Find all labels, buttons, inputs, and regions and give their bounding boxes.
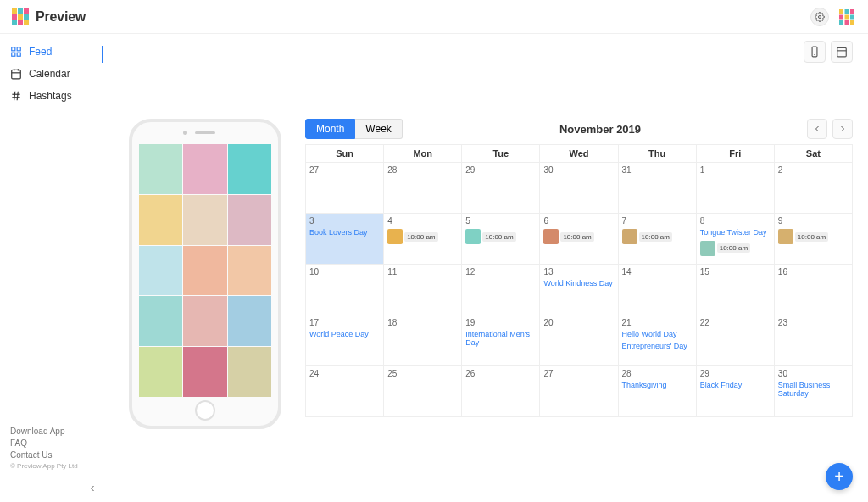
calendar-cell[interactable]: 10 [306, 265, 384, 315]
sidebar-item-calendar[interactable]: Calendar [10, 68, 96, 80]
weekday-header: Sun [306, 145, 384, 163]
prev-month-button[interactable] [807, 119, 827, 139]
calendar-grid: SunMonTueWedThuFriSat 2728293031123Book … [305, 144, 853, 417]
calendar-cell[interactable]: 23 [774, 315, 852, 366]
calendar-event[interactable]: Black Friday [700, 382, 771, 390]
calendar-cell[interactable]: 8Tongue Twister Day10:00 am [696, 214, 774, 265]
sidebar-item-feed[interactable]: Feed [10, 46, 96, 58]
calendar-cell[interactable]: 27 [306, 163, 384, 214]
month-view-button[interactable]: Month [305, 119, 355, 139]
feed-thumbnail[interactable] [139, 347, 182, 397]
calendar-cell[interactable]: 31 [618, 163, 696, 214]
calendar-cell[interactable]: 21Hello World DayEntrepreneurs' Day [618, 315, 696, 366]
calendar-event[interactable]: Hello World Day [622, 331, 693, 339]
calendar-cell[interactable]: 1 [696, 163, 774, 214]
calendar-cell[interactable]: 13World Kindness Day [540, 265, 618, 315]
calendar-cell[interactable]: 11 [384, 265, 462, 315]
calendar-event[interactable]: World Peace Day [309, 331, 380, 339]
feed-thumbnail[interactable] [228, 347, 271, 397]
svg-rect-12 [845, 9, 849, 14]
feed-thumbnail[interactable] [139, 296, 182, 346]
feed-thumbnail[interactable] [183, 347, 226, 397]
footer-link-download[interactable]: Download App [10, 427, 96, 436]
feed-thumbnail[interactable] [183, 246, 226, 296]
calendar-cell[interactable]: 30 [540, 163, 618, 214]
scheduled-post[interactable]: 10:00 am [387, 229, 458, 244]
calendar-cell[interactable]: 17World Peace Day [306, 315, 384, 366]
date-number: 20 [543, 318, 614, 327]
chevron-left-icon [87, 483, 97, 494]
settings-button[interactable] [810, 8, 829, 26]
calendar-event[interactable]: Entrepreneurs' Day [622, 343, 693, 351]
next-month-button[interactable] [832, 119, 853, 139]
post-time: 10:00 am [482, 232, 515, 242]
feed-thumbnail[interactable] [183, 296, 226, 346]
calendar-cell[interactable]: 510:00 am [462, 214, 540, 265]
calendar-cell[interactable]: 410:00 am [384, 214, 462, 265]
calendar-cell[interactable]: 16 [774, 265, 852, 315]
calendar-cell[interactable]: 14 [618, 265, 696, 315]
calendar-cell[interactable]: 610:00 am [540, 214, 618, 265]
scheduled-post[interactable]: 10:00 am [543, 229, 614, 244]
phone-home-button [195, 400, 215, 421]
scheduled-post[interactable]: 10:00 am [622, 229, 693, 244]
topbar-right [810, 8, 856, 26]
account-avatar[interactable] [837, 8, 856, 26]
feed-thumbnail[interactable] [183, 144, 226, 194]
scheduled-post[interactable]: 10:00 am [700, 241, 771, 256]
feed-thumbnail[interactable] [228, 296, 271, 346]
calendar-cell[interactable]: 22 [696, 315, 774, 366]
calendar-event[interactable]: World Kindness Day [543, 280, 614, 288]
calendar-cell[interactable]: 29 [462, 163, 540, 214]
calendar-cell[interactable]: 15 [696, 265, 774, 315]
calendar-cell[interactable]: 20 [540, 315, 618, 366]
calendar-cell[interactable]: 18 [384, 315, 462, 366]
week-view-button[interactable]: Week [355, 119, 402, 139]
calendar-cell[interactable]: 30Small Business Saturday [774, 366, 852, 417]
feed-thumbnail[interactable] [139, 144, 182, 194]
calendar-cell[interactable]: 19International Men's Day [462, 315, 540, 366]
calendar-event[interactable]: Tongue Twister Day [700, 229, 771, 237]
calendar-cell[interactable]: 29Black Friday [696, 366, 774, 417]
scheduled-post[interactable]: 10:00 am [778, 229, 849, 244]
svg-rect-23 [17, 53, 20, 56]
sidebar-collapse-button[interactable] [87, 483, 97, 494]
post-time: 10:00 am [404, 232, 437, 242]
scheduled-post[interactable]: 10:00 am [465, 229, 536, 244]
gear-icon [815, 12, 825, 22]
calendar-event[interactable]: Book Lovers Day [309, 229, 380, 237]
feed-thumbnail[interactable] [139, 195, 182, 245]
calendar-cell[interactable]: 12 [462, 265, 540, 315]
sidebar-item-label: Feed [29, 46, 52, 58]
calendar-event[interactable]: Small Business Saturday [778, 382, 849, 399]
calendar-view-button[interactable] [831, 41, 853, 63]
date-number: 25 [387, 369, 458, 378]
feed-thumbnail[interactable] [139, 246, 182, 296]
feed-thumbnail[interactable] [228, 246, 271, 296]
feed-thumbnail[interactable] [228, 195, 271, 245]
sidebar-item-hashtags[interactable]: Hashtags [10, 90, 96, 102]
calendar-cell[interactable]: 25 [384, 366, 462, 417]
calendar-cell[interactable]: 710:00 am [618, 214, 696, 265]
sidebar-item-label: Calendar [29, 68, 70, 80]
date-number: 24 [309, 369, 380, 378]
plus-icon: + [834, 467, 844, 487]
calendar-event[interactable]: International Men's Day [465, 331, 536, 348]
feed-thumbnail[interactable] [228, 144, 271, 194]
calendar-cell[interactable]: 910:00 am [774, 214, 852, 265]
calendar-cell[interactable]: 28Thanksgiving [618, 366, 696, 417]
calendar-cell[interactable]: 24 [306, 366, 384, 417]
calendar-cell[interactable]: 26 [462, 366, 540, 417]
calendar-cell[interactable]: 27 [540, 366, 618, 417]
phone-speaker [195, 131, 215, 134]
calendar-cell[interactable]: 3Book Lovers Day [306, 214, 384, 265]
add-button[interactable]: + [826, 463, 853, 490]
calendar-event[interactable]: Thanksgiving [622, 382, 693, 390]
calendar-cell[interactable]: 2 [774, 163, 852, 214]
footer-link-faq[interactable]: FAQ [10, 438, 96, 448]
calendar-cell[interactable]: 28 [384, 163, 462, 214]
post-thumbnail [387, 229, 403, 244]
feed-thumbnail[interactable] [183, 195, 226, 245]
phone-view-button[interactable] [804, 41, 826, 63]
footer-link-contact[interactable]: Contact Us [10, 450, 96, 460]
